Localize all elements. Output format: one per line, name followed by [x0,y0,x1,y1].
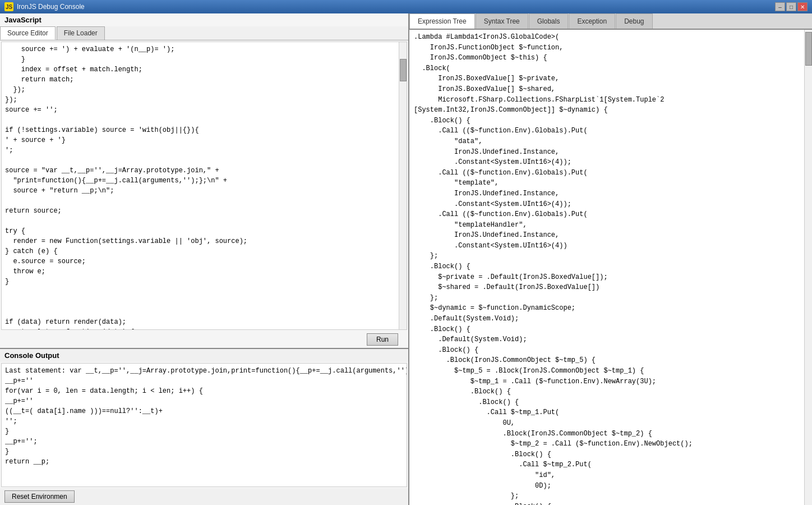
right-scrollbar-thumb[interactable] [805,32,812,66]
tab-file-loader[interactable]: File Loader [57,26,105,40]
minimize-button[interactable]: – [775,2,785,11]
app-icon: JS [4,2,13,11]
window-title: IronJS Debug Console [17,3,775,11]
tab-syntax-tree[interactable]: Syntax Tree [476,13,528,29]
tab-globals[interactable]: Globals [529,13,569,29]
source-editor-scrollbar[interactable] [399,42,407,329]
left-panel: JavaScript Source Editor File Loader sou… [0,13,409,505]
console-output: Last statement: var __t,__p='',__j=Array… [1,363,407,487]
source-editor: source += ') + evaluate + '(n__p)= '); }… [1,42,407,330]
reset-button[interactable]: Reset Environmen [4,490,75,503]
source-code[interactable]: source += ') + evaluate + '(n__p)= '); }… [2,42,399,329]
right-content: .Lambda #Lambda1<IronJS.GlobalCode>( Iro… [409,30,812,505]
maximize-button[interactable]: □ [786,2,796,11]
tab-debug[interactable]: Debug [616,13,652,29]
tab-source-editor[interactable]: Source Editor [0,26,56,40]
console-label: Console Output [0,349,408,362]
right-panel: Expression Tree Syntax Tree Globals Exce… [409,13,812,505]
close-button[interactable]: ✕ [797,2,808,11]
right-tab-bar: Expression Tree Syntax Tree Globals Exce… [409,13,812,30]
main-container: JavaScript Source Editor File Loader sou… [0,13,812,505]
reset-btn-row: Reset Environmen [0,488,408,505]
run-button[interactable]: Run [367,333,398,346]
tab-exception[interactable]: Exception [569,13,615,29]
expression-tree-content: .Lambda #Lambda1<IronJS.GlobalCode>( Iro… [409,30,804,505]
title-bar: JS IronJS Debug Console – □ ✕ [0,0,812,13]
window-controls: – □ ✕ [775,2,808,11]
source-editor-scrollbar-thumb[interactable] [400,59,407,81]
tab-expression-tree[interactable]: Expression Tree [409,13,475,29]
console-section: Console Output Last statement: var __t,_… [0,348,408,505]
js-label: JavaScript [0,13,408,26]
right-scrollbar[interactable] [804,30,812,505]
tab-bar: Source Editor File Loader [0,26,408,40]
run-btn-row: Run [0,331,408,348]
